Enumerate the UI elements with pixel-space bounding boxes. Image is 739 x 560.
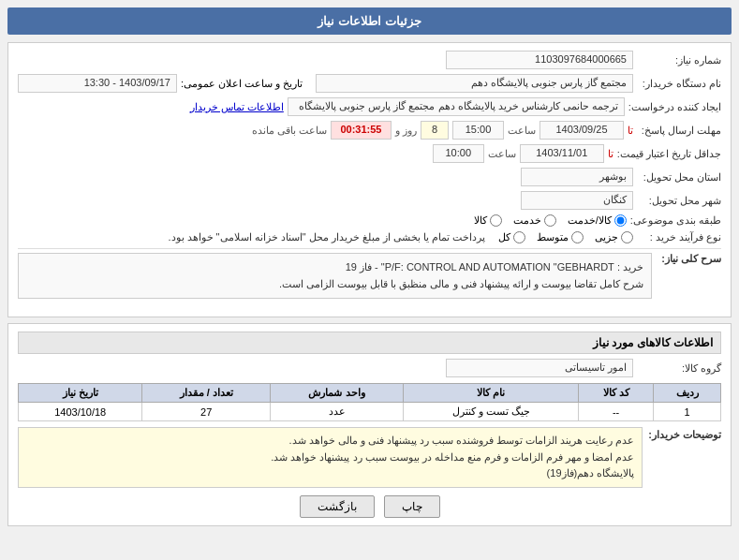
serh-line2: شرح کامل تقاضا بیوست و ارائه پیشنهاد فنی… (26, 276, 643, 293)
no-farayand-options: جزیی متوسط کل (498, 231, 633, 243)
ijad-konande-value: ترجمه حانمی کارشناس خرید پالایشگاه دهم م… (288, 97, 625, 116)
radio-kol[interactable]: کل (498, 231, 525, 243)
tabaghebandi-options: کالا/خدمت خدمت کالا (474, 214, 627, 227)
cell-kod: -- (579, 403, 654, 421)
nam-dastgah-value: مجتمع گاز پارس جنوبی پالایشگاه دهم (316, 74, 633, 93)
saat-label1: ساعت (508, 125, 536, 137)
kala-info-title: اطلاعات کالاهای مورد نیاز (18, 332, 721, 354)
col-tedad: تعداد / مقدار (142, 384, 271, 403)
col-radif: ردیف (654, 384, 721, 403)
nam-dastgah-label: نام دستگاه خریدار: (637, 78, 721, 90)
tabaghebandi-label: طبقه بندی موضوعی: (630, 214, 721, 227)
page-title: جزئیات اطلاعات نیاز (7, 7, 732, 35)
col-kod: کد کالا (579, 384, 654, 403)
serh-content: خرید : P/F: CONTROL AND AUTOMATION "GEBH… (18, 253, 652, 299)
col-vahed: واحد شمارش (270, 384, 403, 403)
jadval-time: 10:00 (433, 144, 484, 163)
radio-khedmat[interactable]: خدمت (513, 214, 556, 227)
mohlat-time: 15:00 (452, 121, 504, 140)
cell-tarikh: 1403/10/18 (19, 403, 142, 421)
radio-motevaset[interactable]: متوسط (537, 231, 584, 243)
shomare-niaz-label: شماره نیاز: (637, 54, 721, 66)
gorohe-kala-value: امور تاسیساتی (446, 359, 633, 377)
jadval-date: 1403/11/01 (520, 144, 604, 163)
notes-section: توضیحات خریدار: عدم رعایت هریند الزامات … (18, 427, 721, 488)
serh-label: سرح کلی نیاز: (656, 253, 721, 265)
serh-line1: خرید : P/F: CONTROL AND AUTOMATION "GEBH… (26, 259, 643, 276)
gorohe-kala-label: گروه کالا: (637, 362, 721, 375)
notes-line1: عدم رعایت هریند الزامات توسط فروشنده سبب… (26, 433, 634, 449)
mohlat-ta: تا (628, 125, 633, 137)
rooz-label: روز و (395, 125, 417, 137)
saat-label2: ساعت (488, 148, 516, 160)
saat-mande-label: ساعت باقی مانده (252, 125, 327, 137)
cell-nam: جیگ تست و کنترل (404, 403, 579, 421)
ettelaat-tamas-link[interactable]: اطلاعات تماس خریدار (190, 101, 284, 113)
shahr-value: کنگان (521, 191, 633, 210)
notes-line3: پالایشگاه دهم(فاز19) (26, 465, 634, 482)
shahr-label: شهر محل تحویل: (637, 195, 721, 207)
notes-content: عدم رعایت هریند الزامات توسط فروشنده سبب… (18, 427, 643, 488)
farayand-note: پرداخت تمام یا بخشی از مبلغ خریدار محل "… (168, 231, 485, 243)
col-nam: نام کالا (404, 384, 579, 403)
countdown-value: 00:31:55 (331, 121, 392, 140)
cell-radif: 1 (654, 403, 721, 421)
notes-line2: عدم امضا و مهر فرم الزامات و فرم منع مدا… (26, 449, 634, 466)
radio-jozei[interactable]: جزیی (595, 231, 633, 243)
table-row: 1 -- جیگ تست و کنترل عدد 27 1403/10/18 (19, 403, 721, 421)
jadval-ta: تا (608, 148, 613, 160)
chap-button[interactable]: چاپ (384, 495, 440, 518)
jadval-label: جداقل تاریخ اعتبار قیمت: (617, 148, 721, 160)
rooz-value: 8 (421, 121, 449, 140)
ostan-value: بوشهر (521, 168, 633, 186)
no-farayand-label: نوع فرآیند خرید : (637, 231, 721, 243)
shomare-niaz-value: 1103097684000665 (446, 51, 633, 69)
radio-kala-khedmat[interactable]: کالا/خدمت (568, 214, 627, 227)
col-tarikh: تاریخ نیاز (19, 384, 142, 403)
ijad-konande-label: ایجاد کننده درخواست: (628, 101, 721, 113)
tarikh-saat-label: تاریخ و ساعت اعلان عمومی: (181, 78, 303, 90)
bottom-buttons: چاپ بازگشت (18, 495, 721, 518)
notes-label: توضیحات خریدار: (648, 427, 721, 441)
mohlat-label: مهلت ارسال پاسخ: (637, 125, 721, 137)
ostan-label: استان محل تحویل: (637, 171, 721, 184)
items-table: ردیف کد کالا نام کالا واحد شمارش تعداد /… (18, 383, 721, 421)
bazgasht-button[interactable]: بازگشت (300, 495, 375, 518)
radio-kala[interactable]: کالا (474, 214, 502, 227)
mohlat-date: 1403/09/25 (539, 121, 624, 140)
cell-vahed: عدد (270, 403, 403, 421)
cell-tedad: 27 (142, 403, 271, 421)
tarikh-saat-value: 1403/09/17 - 13:30 (18, 74, 177, 93)
